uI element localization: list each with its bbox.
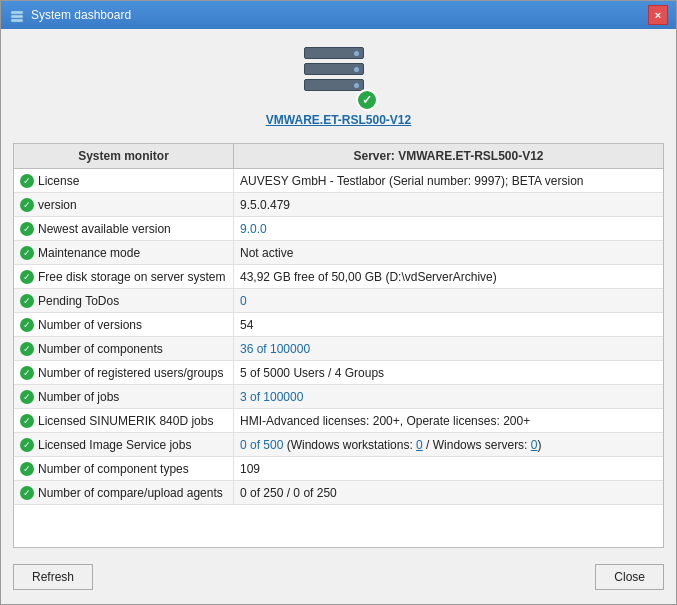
system-dashboard-window: System dashboard × ✓ VMWARE.ET-RSL500-V1… [0, 0, 677, 605]
svg-rect-1 [11, 15, 23, 18]
row-label-cell: ✓License [14, 169, 234, 192]
row-value: 9.5.0.479 [240, 198, 290, 212]
row-value: 43,92 GB free of 50,00 GB (D:\vdServerAr… [240, 270, 497, 284]
row-value-cell: 0 of 250 / 0 of 250 [234, 481, 663, 504]
row-value: 0 of 500 (Windows workstations: 0 / Wind… [240, 438, 541, 452]
server-rack-3 [304, 79, 364, 91]
status-icon: ✓ [20, 438, 34, 452]
table-row: ✓Number of jobs3 of 100000 [14, 385, 663, 409]
row-label-cell: ✓Pending ToDos [14, 289, 234, 312]
row-label: Newest available version [38, 222, 171, 236]
row-value: Not active [240, 246, 293, 260]
title-bar: System dashboard × [1, 1, 676, 29]
close-button[interactable]: Close [595, 564, 664, 590]
row-value-cell: 43,92 GB free of 50,00 GB (D:\vdServerAr… [234, 265, 663, 288]
value-srv[interactable]: 0 [531, 438, 538, 452]
status-icon: ✓ [20, 198, 34, 212]
table-row: ✓Licensed SINUMERIK 840D jobsHMI-Advance… [14, 409, 663, 433]
status-icon: ✓ [20, 414, 34, 428]
status-icon: ✓ [20, 342, 34, 356]
title-bar-left: System dashboard [9, 7, 131, 23]
server-header: ✓ VMWARE.ET-RSL500-V12 [13, 41, 664, 133]
row-value-cell: HMI-Advanced licenses: 200+, Operate lic… [234, 409, 663, 432]
row-label: Number of component types [38, 462, 189, 476]
row-value-cell: 3 of 100000 [234, 385, 663, 408]
row-label: License [38, 174, 79, 188]
status-icon: ✓ [20, 462, 34, 476]
table-row: ✓Number of component types109 [14, 457, 663, 481]
row-label-cell: ✓Maintenance mode [14, 241, 234, 264]
server-name-label[interactable]: VMWARE.ET-RSL500-V12 [266, 113, 411, 127]
table-row: ✓Free disk storage on server system43,92… [14, 265, 663, 289]
row-label-cell: ✓version [14, 193, 234, 216]
col-header-server: Server: VMWARE.ET-RSL500-V12 [234, 144, 663, 168]
status-icon: ✓ [20, 294, 34, 308]
status-icon: ✓ [20, 222, 34, 236]
server-rack-1 [304, 47, 364, 59]
row-value-cell: 36 of 100000 [234, 337, 663, 360]
status-icon: ✓ [20, 174, 34, 188]
table-row: ✓Maintenance modeNot active [14, 241, 663, 265]
row-label: Pending ToDos [38, 294, 119, 308]
row-label-cell: ✓Number of jobs [14, 385, 234, 408]
table-row: ✓LicenseAUVESY GmbH - Testlabor (Serial … [14, 169, 663, 193]
table-row: ✓Number of components36 of 100000 [14, 337, 663, 361]
table-body: ✓LicenseAUVESY GmbH - Testlabor (Serial … [14, 169, 663, 505]
row-value: 109 [240, 462, 260, 476]
status-icon: ✓ [20, 390, 34, 404]
row-value-cell: 9.0.0 [234, 217, 663, 240]
value-main: 0 of 500 [240, 438, 283, 452]
row-value-cell: 9.5.0.479 [234, 193, 663, 216]
row-value: 3 of 100000 [240, 390, 303, 404]
row-label: Licensed SINUMERIK 840D jobs [38, 414, 213, 428]
table-row: ✓version9.5.0.479 [14, 193, 663, 217]
title-bar-close-button[interactable]: × [648, 5, 668, 25]
row-label-cell: ✓Number of registered users/groups [14, 361, 234, 384]
row-value-cell: AUVESY GmbH - Testlabor (Serial number: … [234, 169, 663, 192]
row-value-cell: 0 of 500 (Windows workstations: 0 / Wind… [234, 433, 663, 456]
row-value: 36 of 100000 [240, 342, 310, 356]
refresh-button[interactable]: Refresh [13, 564, 93, 590]
row-value: 9.0.0 [240, 222, 267, 236]
row-label-cell: ✓Licensed Image Service jobs [14, 433, 234, 456]
row-label: Number of registered users/groups [38, 366, 223, 380]
row-label-cell: ✓Licensed SINUMERIK 840D jobs [14, 409, 234, 432]
row-label-cell: ✓Number of component types [14, 457, 234, 480]
status-icon: ✓ [20, 246, 34, 260]
row-value: HMI-Advanced licenses: 200+, Operate lic… [240, 414, 530, 428]
system-info-table: System monitor Server: VMWARE.ET-RSL500-… [13, 143, 664, 548]
server-icon-container: ✓ [304, 47, 374, 107]
row-label: Licensed Image Service jobs [38, 438, 191, 452]
status-icon: ✓ [20, 366, 34, 380]
row-label: Number of components [38, 342, 163, 356]
table-row: ✓Newest available version9.0.0 [14, 217, 663, 241]
row-value: 54 [240, 318, 253, 332]
row-label: Number of versions [38, 318, 142, 332]
row-value: AUVESY GmbH - Testlabor (Serial number: … [240, 174, 583, 188]
row-label: version [38, 198, 77, 212]
row-value-cell: 5 of 5000 Users / 4 Groups [234, 361, 663, 384]
row-value-cell: 54 [234, 313, 663, 336]
row-value-cell: Not active [234, 241, 663, 264]
table-row: ✓Number of registered users/groups5 of 5… [14, 361, 663, 385]
window-icon [9, 7, 25, 23]
table-row: ✓Licensed Image Service jobs0 of 500 (Wi… [14, 433, 663, 457]
row-value-cell: 109 [234, 457, 663, 480]
value-ws[interactable]: 0 [416, 438, 423, 452]
table-row: ✓Pending ToDos0 [14, 289, 663, 313]
table-row: ✓Number of versions54 [14, 313, 663, 337]
row-label: Free disk storage on server system [38, 270, 225, 284]
row-label: Number of compare/upload agents [38, 486, 223, 500]
row-value: 5 of 5000 Users / 4 Groups [240, 366, 384, 380]
row-label: Number of jobs [38, 390, 119, 404]
status-icon: ✓ [20, 486, 34, 500]
svg-rect-0 [11, 11, 23, 14]
status-icon: ✓ [20, 318, 34, 332]
row-value: 0 of 250 / 0 of 250 [240, 486, 337, 500]
title-bar-text: System dashboard [31, 8, 131, 22]
main-content: ✓ VMWARE.ET-RSL500-V12 System monitor Se… [1, 29, 676, 604]
row-label-cell: ✓Newest available version [14, 217, 234, 240]
svg-rect-2 [11, 19, 23, 22]
row-value-cell: 0 [234, 289, 663, 312]
server-stack-icon [304, 47, 374, 91]
